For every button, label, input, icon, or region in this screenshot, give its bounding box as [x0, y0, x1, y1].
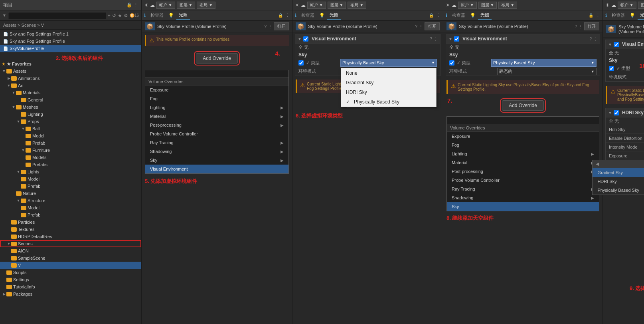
list-item[interactable]: Prefabs [0, 161, 141, 168]
list-item[interactable]: General [0, 96, 141, 103]
type-checkbox-3[interactable] [449, 60, 454, 66]
layout-btn-2[interactable]: 布局 ▼ [348, 2, 366, 9]
account-btn-3[interactable]: 帐户 ▼ [458, 2, 477, 9]
list-item[interactable]: Scripts [0, 269, 141, 276]
dropdown-item-raytracing-1[interactable]: Ray Tracing▶ [145, 138, 288, 147]
list-item[interactable]: ▼ Furniture [0, 147, 141, 154]
list-item[interactable]: Model [0, 204, 141, 211]
star-filter-icon[interactable]: ★ [118, 13, 122, 18]
dropdown-post-3[interactable]: Post-processing▶ [447, 167, 599, 176]
list-item[interactable]: ▼ Ball [0, 125, 141, 132]
account-btn[interactable]: 帐户 ▼ [156, 2, 175, 9]
list-item[interactable]: Prefab [0, 139, 141, 147]
project-search-input[interactable] [8, 12, 106, 19]
dropdown-raytracing-3[interactable]: Ray Tracing▶ [447, 185, 599, 193]
popup-item-gradient[interactable]: Gradient Sky [341, 78, 436, 87]
add-icon[interactable]: + [108, 13, 111, 18]
tab-inspector-4[interactable]: 检查器 [609, 12, 627, 19]
sky-type-dropdown-3[interactable]: Physically Based Sky ▼ [491, 59, 597, 67]
list-item[interactable]: Settings [0, 276, 141, 283]
list-item[interactable]: ▼ Art [0, 82, 141, 89]
type-checkbox-4[interactable] [609, 66, 614, 71]
list-item[interactable]: HDRPDefaultRes [0, 233, 141, 240]
account-btn-4[interactable]: 帐户 ▼ [618, 2, 636, 9]
list-item[interactable]: AION [0, 247, 141, 254]
list-item[interactable]: Model [0, 175, 141, 183]
popup-item-hdri[interactable]: HDRI Sky [341, 87, 436, 97]
add-override-button-3[interactable]: Add Override [502, 100, 544, 111]
list-item[interactable]: Textures [0, 226, 141, 233]
open-button-2[interactable]: 打开 [425, 22, 440, 30]
popup-item-none[interactable]: None [341, 68, 436, 78]
dropdown-sky-3[interactable]: Sky [447, 202, 599, 211]
sidebar-item-scenes[interactable]: ▼ Scenes [0, 240, 141, 247]
list-item[interactable]: TutorialInfo [0, 283, 141, 290]
layers-btn-4[interactable]: 图层 ▼ [638, 2, 644, 9]
add-override-button-1[interactable]: Add Override [196, 53, 238, 64]
dropdown-lighting-3[interactable]: Lighting▶ [447, 149, 599, 158]
env-mode-dropdown-3[interactable]: 静态的 ▼ [497, 68, 597, 75]
sidebar-item-packages[interactable]: ▶ Packages [0, 290, 141, 298]
ve-checkbox[interactable] [303, 36, 308, 42]
tab-inspector-1[interactable]: 检查器 [148, 12, 166, 19]
layers-btn-2[interactable]: 图层 ▼ [328, 2, 346, 9]
layout-btn-3[interactable]: 布局 ▼ [498, 2, 517, 9]
list-item[interactable]: SampleScene [0, 254, 141, 262]
layers-btn-3[interactable]: 图层 ▼ [478, 2, 497, 9]
dropdown-search-input-1[interactable] [145, 70, 288, 78]
type-checkbox-2[interactable] [298, 60, 304, 66]
list-item[interactable]: ▼ Lights [0, 168, 141, 175]
list-item[interactable]: Lighting [0, 111, 141, 118]
dropdown-item-visual-env-1[interactable]: Visual Environment [145, 165, 288, 173]
dropdown-item-probe-1[interactable]: Probe Volume Controller [145, 129, 288, 138]
settings-icon[interactable]: ⚙ [124, 13, 128, 18]
layers-btn[interactable]: 图层 ▼ [177, 2, 196, 9]
dropdown-search-3[interactable] [447, 117, 599, 124]
sky-submenu-hdri[interactable]: HDRI Sky [593, 177, 644, 186]
list-item[interactable]: 📄 Sky and Fog Settings Profile 1 [0, 30, 141, 38]
dropdown-item-postprocessing-1[interactable]: Post-processing▶ [145, 121, 288, 129]
list-item[interactable]: ▼ Structure [0, 197, 141, 204]
list-item[interactable]: Prefab [0, 183, 141, 190]
dropdown-material-3[interactable]: Material▶ [447, 158, 599, 167]
dropdown-fog-3[interactable]: Fog [447, 141, 599, 149]
open-button-3[interactable]: 打开 [584, 22, 599, 30]
tab-lighting-3[interactable]: 光照 [478, 11, 492, 20]
list-item[interactable]: 📄 Sky and Fog Settings Profile [0, 38, 141, 45]
dropdown-item-lighting-1[interactable]: Lighting▶ [145, 103, 288, 112]
layout-btn[interactable]: 布局 ▼ [197, 2, 215, 9]
tab-lighting-2[interactable]: 光照 [327, 11, 341, 20]
sidebar-item-assets[interactable]: ▼ Assets [0, 68, 141, 75]
dropdown-item-shadowing-1[interactable]: Shadowing▶ [145, 147, 288, 156]
list-item[interactable]: Prefab [0, 211, 141, 219]
account-btn-2[interactable]: 帐户 ▼ [307, 2, 326, 9]
ve-checkbox-3[interactable] [454, 36, 459, 42]
dropdown-probe-3[interactable]: Probe Volume Controller [447, 176, 599, 185]
dropdown-item-fog-1[interactable]: Fog [145, 94, 288, 103]
list-item[interactable]: Model [0, 132, 141, 139]
list-item[interactable]: ▶ Animations [0, 75, 141, 82]
tab-inspector-3[interactable]: 检查器 [450, 12, 468, 19]
dropdown-item-material-1[interactable]: Material▶ [145, 112, 288, 121]
list-item[interactable]: Models [0, 154, 141, 161]
tab-lighting-4[interactable]: 光照 [638, 11, 644, 20]
dropdown-exposure-3[interactable]: Exposure [447, 132, 599, 141]
list-item[interactable]: ▼ Materials [0, 89, 141, 96]
hdri-checkbox[interactable] [614, 110, 619, 115]
popup-item-physically-based[interactable]: Physically Based Sky [341, 97, 436, 107]
tab-inspector-2[interactable]: 检查器 [299, 12, 317, 19]
tab-lighting-1[interactable]: 光照 [176, 11, 190, 20]
refresh-icon[interactable]: ↺ [112, 13, 116, 18]
list-item[interactable]: Nature [0, 190, 141, 197]
dropdown-item-sky-1[interactable]: Sky▶ [145, 156, 288, 165]
list-item[interactable]: ▼ Props [0, 118, 141, 125]
list-item[interactable]: Particles [0, 219, 141, 226]
dropdown-item-exposure-1[interactable]: Exposure [145, 85, 288, 94]
list-item[interactable]: ▼ Meshes [0, 103, 141, 111]
dropdown-shadowing-3[interactable]: Shadowing▶ [447, 193, 599, 202]
sky-submenu-physically-based[interactable]: Physically Based Sky [593, 186, 644, 195]
open-button-1[interactable]: 打开 [274, 22, 289, 30]
ve-checkbox-4[interactable] [614, 42, 619, 47]
list-item[interactable]: 📄 SkyVolumeProfile [0, 45, 141, 52]
list-item[interactable]: V [0, 262, 141, 269]
